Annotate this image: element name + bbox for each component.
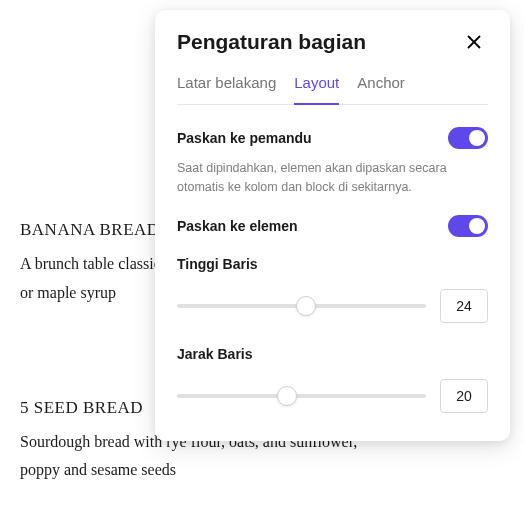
slider-thumb[interactable] — [296, 296, 316, 316]
menu-item-title: 5 SEED BREAD — [20, 398, 143, 418]
tab-layout[interactable]: Layout — [294, 74, 339, 105]
snap-elements-toggle[interactable] — [448, 215, 488, 237]
slider-thumb[interactable] — [277, 386, 297, 406]
tab-anchor[interactable]: Anchor — [357, 74, 405, 105]
snap-guides-label: Paskan ke pemandu — [177, 130, 312, 146]
row-gap-label: Jarak Baris — [177, 346, 253, 362]
snap-elements-label: Paskan ke elemen — [177, 218, 298, 234]
row-gap-slider[interactable] — [177, 394, 426, 398]
section-settings-panel: Pengaturan bagian Latar belakang Layout … — [155, 10, 510, 441]
row-height-slider[interactable] — [177, 304, 426, 308]
close-button[interactable] — [460, 28, 488, 56]
row-height-label: Tinggi Baris — [177, 256, 258, 272]
tab-background[interactable]: Latar belakang — [177, 74, 276, 105]
snap-guides-toggle[interactable] — [448, 127, 488, 149]
panel-title: Pengaturan bagian — [177, 30, 366, 54]
close-icon — [466, 34, 482, 50]
row-gap-value[interactable]: 20 — [440, 379, 488, 413]
snap-guides-desc: Saat dipindahkan, elemen akan dipaskan s… — [177, 159, 488, 197]
menu-item-title: BANANA BREAD — [20, 220, 160, 240]
row-height-value[interactable]: 24 — [440, 289, 488, 323]
tabs: Latar belakang Layout Anchor — [177, 74, 488, 105]
